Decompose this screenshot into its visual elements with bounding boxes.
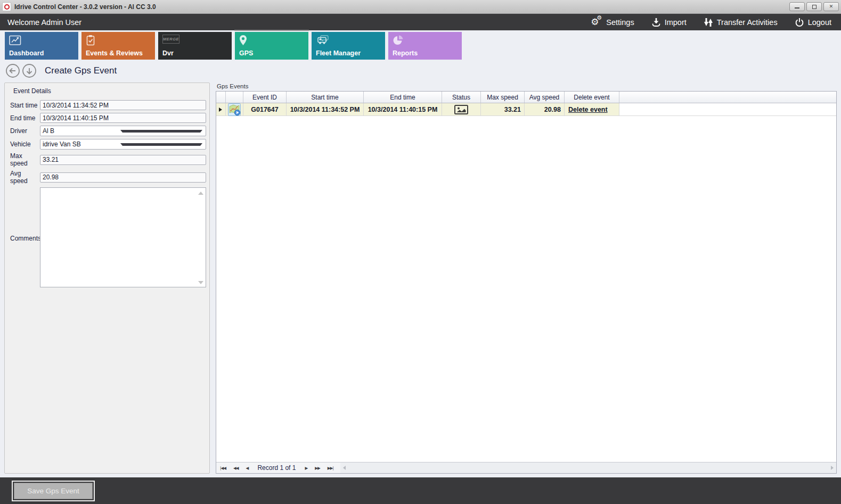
import-download-icon (651, 18, 661, 27)
gear-icon: ⚙⚙ (591, 16, 602, 28)
breadcrumb: Create Gps Event (5, 63, 117, 78)
grid-header-row: Event ID Start time End time Status Max … (216, 92, 836, 103)
page-title: Create Gps Event (45, 65, 117, 76)
transfer-activities-label: Transfer Activities (717, 18, 778, 27)
column-header-end-time[interactable]: End time (364, 92, 442, 103)
tab-reports-label: Reports (393, 49, 458, 57)
max-speed-field[interactable] (40, 155, 206, 165)
tab-dashboard-label: Dashboard (9, 49, 74, 57)
row-indicator-cell (216, 103, 226, 115)
welcome-text: Welcome Admin User (0, 18, 591, 27)
pie-chart-icon (393, 35, 404, 46)
vehicle-label: Vehicle (9, 141, 40, 148)
start-time-field[interactable] (40, 100, 206, 110)
maximize-icon (812, 5, 816, 9)
tab-events-reviews-label: Events & Reviews (86, 49, 151, 57)
collapse-down-button[interactable] (22, 63, 37, 78)
vehicle-dropdown[interactable]: idrive Van SB (40, 139, 206, 150)
import-label: Import (665, 18, 687, 27)
tab-reports[interactable]: Reports (388, 32, 462, 60)
tab-gps-label: GPS (239, 49, 304, 57)
settings-button[interactable]: ⚙⚙ Settings (591, 16, 634, 28)
gps-events-caption: Gps Events (216, 83, 837, 91)
tab-dvr-label: Dvr (162, 49, 227, 57)
gps-events-grid: Event ID Start time End time Status Max … (216, 91, 837, 474)
column-header-max-speed[interactable]: Max speed (481, 92, 525, 103)
tab-dvr[interactable]: MERGE Dvr (158, 32, 232, 60)
avg-speed-label: Avg speed (9, 170, 40, 185)
cell-filler (619, 103, 836, 115)
maximize-button[interactable] (806, 2, 822, 11)
clipboard-check-icon (86, 35, 95, 46)
window-titlebar: Idrive Control Center - 3.0.2 version - … (0, 0, 841, 14)
chevron-down-icon (120, 130, 202, 133)
next-page-button[interactable]: ▶▶ (311, 462, 324, 474)
map-playback-icon[interactable] (228, 103, 241, 116)
image-thumbnail-icon[interactable] (454, 105, 468, 114)
settings-label: Settings (606, 18, 634, 27)
vehicle-value: idrive Van SB (43, 141, 120, 148)
logout-label: Logout (808, 18, 831, 27)
power-icon (795, 18, 804, 27)
column-header-delete-event[interactable]: Delete event (565, 92, 619, 103)
comments-textarea[interactable] (40, 187, 206, 287)
back-button[interactable] (5, 63, 20, 78)
first-record-button[interactable]: |◀◀ (216, 462, 230, 474)
tab-events-reviews[interactable]: Events & Reviews (81, 32, 155, 60)
minimize-icon (795, 7, 799, 9)
driver-label: Driver (9, 127, 40, 135)
column-header-icon (226, 92, 243, 103)
last-record-button[interactable]: ▶▶| (324, 462, 337, 474)
transfer-arrows-icon (704, 18, 713, 27)
row-map-cell (226, 103, 243, 115)
column-header-indicator (216, 92, 226, 103)
prev-record-button[interactable]: ◀ (242, 462, 252, 474)
scroll-down-icon[interactable] (198, 281, 203, 284)
driver-value: Al B (43, 127, 120, 135)
tab-gps[interactable]: GPS (235, 32, 308, 60)
event-details-panel: Event Details Start time End time Driver… (4, 82, 210, 474)
column-header-start-time[interactable]: Start time (287, 92, 364, 103)
cell-avg-speed: 20.98 (525, 103, 565, 115)
prev-page-button[interactable]: ◀◀ (230, 462, 242, 474)
save-gps-event-button[interactable]: Save Gps Event (14, 483, 93, 499)
max-speed-label: Max speed (9, 152, 40, 167)
row-indicator-icon (219, 108, 222, 112)
window-title: Idrive Control Center - 3.0.2 version - … (14, 3, 789, 11)
record-count-text: Record 1 of 1 (252, 464, 301, 472)
end-time-field[interactable] (40, 113, 206, 123)
close-button[interactable]: ✕ (823, 2, 839, 11)
delete-event-link[interactable]: Delete event (565, 106, 608, 113)
transfer-activities-button[interactable]: Transfer Activities (704, 18, 778, 27)
vehicles-icon (316, 35, 330, 46)
chart-trend-icon (9, 35, 21, 46)
driver-dropdown[interactable]: Al B (40, 126, 206, 136)
location-pin-icon (239, 35, 247, 46)
cell-start-time: 10/3/2014 11:34:52 PM (287, 103, 364, 115)
tab-fleet-manager[interactable]: Fleet Manager (312, 32, 385, 60)
avg-speed-field[interactable] (40, 172, 206, 183)
grid-empty-area (216, 116, 836, 462)
column-header-event-id[interactable]: Event ID (243, 92, 287, 103)
footer-bar: Save Gps Event (0, 477, 841, 504)
table-row[interactable]: G017647 10/3/2014 11:34:52 PM 10/3/2014 … (216, 103, 836, 116)
column-header-status[interactable]: Status (442, 92, 481, 103)
next-record-button[interactable]: ▶ (301, 462, 311, 474)
import-button[interactable]: Import (651, 18, 687, 27)
cell-delete-event: Delete event (565, 103, 619, 115)
merge-box-icon: MERGE (162, 35, 179, 44)
cell-end-time: 10/3/2014 11:40:15 PM (364, 103, 442, 115)
start-time-label: Start time (9, 102, 40, 109)
gps-events-panel: Gps Events Event ID Start time End time … (216, 83, 837, 474)
tab-dashboard[interactable]: Dashboard (5, 32, 78, 60)
horizontal-scrollbar[interactable] (340, 462, 836, 473)
scroll-left-arrow[interactable] (343, 466, 346, 470)
column-header-filler (619, 92, 836, 103)
scroll-right-arrow[interactable] (831, 466, 834, 470)
logout-button[interactable]: Logout (795, 18, 831, 27)
column-header-avg-speed[interactable]: Avg speed (525, 92, 565, 103)
minimize-button[interactable] (789, 2, 805, 11)
cell-status (442, 103, 481, 115)
scroll-up-icon[interactable] (198, 192, 203, 195)
event-details-title: Event Details (9, 86, 206, 100)
